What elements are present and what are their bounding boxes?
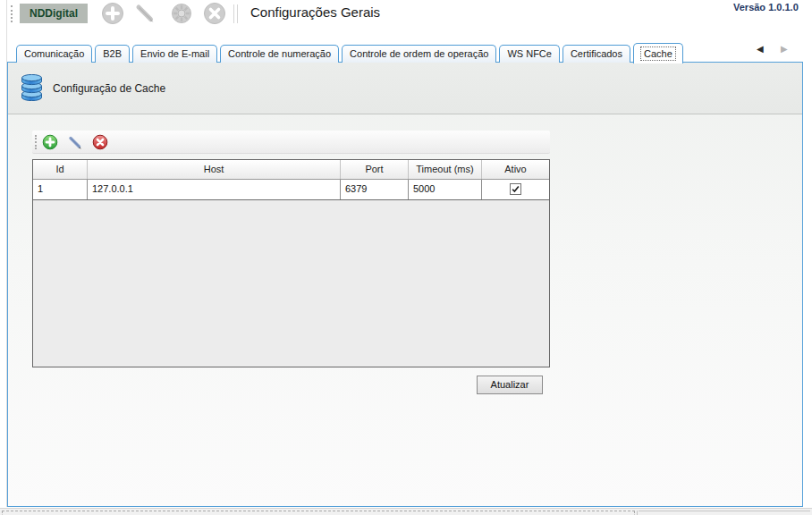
tab-b2b[interactable]: B2B xyxy=(95,45,130,63)
column-header-ativo[interactable]: Ativo xyxy=(482,160,549,179)
app-window: NDDigital Configurações Gerais Comunicaç… xyxy=(0,0,812,515)
grid-toolstrip xyxy=(32,131,550,154)
cache-grid: Id Host Port Timeout (ms) Ativo 1 127.0.… xyxy=(32,159,550,367)
cell-ativo xyxy=(482,180,549,199)
gear-icon[interactable] xyxy=(170,2,193,25)
status-bar xyxy=(0,508,812,515)
main-toolbar: NDDigital Configurações Gerais xyxy=(7,0,803,28)
tab-comunicacao[interactable]: Comunicação xyxy=(16,45,92,63)
status-panel-right xyxy=(639,511,810,515)
toolbar-grip[interactable] xyxy=(11,5,15,22)
tab-cache-label: Cache xyxy=(641,47,675,60)
cell-id: 1 xyxy=(33,180,88,199)
status-separator xyxy=(637,511,638,515)
tab-ws-nfce[interactable]: WS NFCe xyxy=(499,45,560,63)
add-icon[interactable] xyxy=(42,134,58,150)
database-icon xyxy=(20,74,44,101)
status-panel-left xyxy=(2,511,635,515)
cell-host: 127.0.0.1 xyxy=(88,180,341,199)
close-icon[interactable] xyxy=(203,2,226,25)
add-icon[interactable] xyxy=(101,2,124,25)
version-label: Versão 1.0.1.0 xyxy=(733,2,799,13)
toolbar-separator xyxy=(233,4,234,23)
toolstrip-grip[interactable] xyxy=(35,135,39,149)
column-header-id[interactable]: Id xyxy=(33,160,88,179)
column-header-host[interactable]: Host xyxy=(88,160,341,179)
cell-timeout: 5000 xyxy=(409,180,482,199)
column-header-timeout[interactable]: Timeout (ms) xyxy=(409,160,482,179)
brand-label: NDDigital xyxy=(20,4,88,23)
tab-cache[interactable]: Cache xyxy=(633,43,683,63)
tab-certificados[interactable]: Certificados xyxy=(562,45,630,63)
page-title: Configurações Gerais xyxy=(250,4,380,20)
grid-header-row: Id Host Port Timeout (ms) Ativo xyxy=(33,160,549,180)
delete-icon[interactable] xyxy=(92,134,108,150)
tab-envio-email[interactable]: Envio de E-mail xyxy=(132,45,217,63)
panel-header: Configuração de Cache xyxy=(8,63,802,114)
atualizar-button[interactable]: Atualizar xyxy=(477,376,543,394)
tab-strip: Comunicação B2B Envio de E-mail Controle… xyxy=(16,42,686,63)
ativo-checkbox[interactable] xyxy=(510,183,521,195)
cell-port: 6379 xyxy=(341,180,409,199)
tab-controle-ordem-operacao[interactable]: Controle de ordem de operação xyxy=(342,45,496,63)
toolbar-separator xyxy=(237,4,238,23)
check-icon xyxy=(511,184,520,194)
tab-controle-numeracao[interactable]: Controle de numeração xyxy=(220,45,339,63)
edit-icon[interactable] xyxy=(67,134,83,150)
tab-scroll-left-icon[interactable]: ◀ xyxy=(757,44,764,55)
table-row[interactable]: 1 127.0.0.1 6379 5000 xyxy=(33,180,549,200)
column-header-port[interactable]: Port xyxy=(341,160,409,179)
edit-icon[interactable] xyxy=(133,2,156,25)
tab-scroll-right-icon[interactable]: ▶ xyxy=(781,44,788,55)
panel-header-title: Configuração de Cache xyxy=(53,82,165,95)
cache-tab-page: Configuração de Cache xyxy=(7,62,803,507)
